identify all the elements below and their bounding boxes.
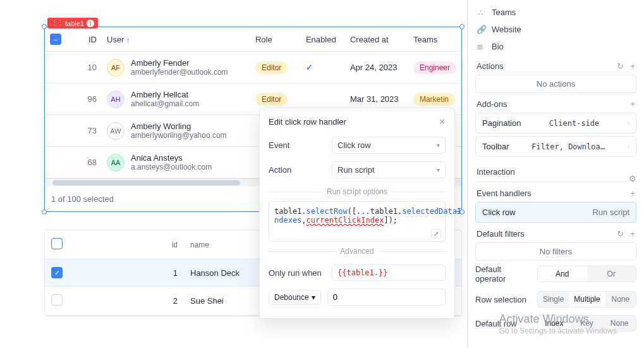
resize-handle[interactable]	[42, 24, 47, 29]
team-badge: Engineer	[413, 61, 456, 74]
col-teams[interactable]: Teams	[408, 27, 461, 52]
inspector-panel: ⛬Teams 🔗Website ≣Bio Actions↻+ No action…	[467, 0, 644, 348]
team-badge: Marketin	[413, 93, 455, 106]
col-enabled[interactable]: Enabled	[301, 27, 345, 52]
expand-icon[interactable]: ⤢	[431, 229, 441, 239]
property-teams[interactable]: ⛬Teams	[475, 4, 636, 21]
divider-advanced: Advanced	[269, 247, 446, 256]
col-user[interactable]: User ↑	[102, 27, 250, 52]
row-checkbox[interactable]	[51, 294, 63, 306]
addon-toolbar[interactable]: ToolbarFilter, Downloa…›	[475, 136, 636, 157]
reset-icon[interactable]: ↻	[617, 229, 624, 239]
settings-icon[interactable]: ⚙	[629, 174, 636, 183]
chevron-down-icon: ▾	[437, 166, 440, 173]
text-icon: ≣	[477, 42, 487, 51]
role-badge: Editor	[255, 61, 288, 74]
avatar: AW	[107, 122, 125, 140]
event-handler-row[interactable]: Click rowRun script	[475, 202, 636, 223]
reset-icon[interactable]: ↻	[617, 61, 624, 71]
chevron-down-icon: ▾	[437, 142, 440, 149]
add-action-icon[interactable]: +	[630, 61, 635, 71]
section-actions: Actions	[477, 61, 504, 71]
section-default-filters: Default filters	[477, 229, 525, 239]
label-only-run: Only run when	[269, 268, 325, 278]
debounce-select[interactable]: Debounce▾	[269, 290, 321, 305]
resize-handle[interactable]	[459, 24, 465, 29]
add-addon-icon[interactable]: +	[630, 99, 635, 109]
warning-icon: !	[87, 20, 94, 27]
avatar: AH	[107, 90, 125, 108]
check-icon: ✓	[306, 63, 313, 72]
drag-grip-icon: ⋮⋮	[51, 19, 63, 27]
avatar: AF	[107, 59, 125, 77]
no-actions[interactable]: No actions	[475, 75, 636, 93]
chevron-right-icon: ›	[628, 120, 629, 127]
script-editor[interactable]: table1.selectRow([...table1.selectedData…	[269, 201, 446, 242]
action-select[interactable]: Run script▾	[332, 161, 446, 178]
col-id[interactable]: id	[70, 230, 184, 259]
label-row-selection: Row selection	[475, 295, 532, 304]
no-filters[interactable]: No filters	[475, 242, 636, 261]
chevron-right-icon: ›	[628, 143, 629, 150]
section-event-handlers: Event handlers	[477, 189, 532, 198]
close-icon[interactable]: ✕	[439, 117, 446, 127]
col-created[interactable]: Created at	[345, 27, 408, 52]
resize-handle[interactable]	[42, 209, 47, 214]
select-all-checkbox[interactable]	[51, 238, 63, 249]
section-addons: Add-ons	[477, 99, 507, 109]
component-tag-label: table1	[65, 20, 84, 27]
label-default-operator: Default operator	[475, 264, 532, 283]
property-website[interactable]: 🔗Website	[475, 21, 636, 38]
link-icon: 🔗	[477, 25, 487, 34]
scrollbar-thumb[interactable]	[52, 180, 240, 185]
event-select[interactable]: Click row▾	[332, 137, 446, 154]
default-row-toggle[interactable]: Index Key None	[537, 315, 636, 332]
select-all-checkbox[interactable]: –	[50, 34, 61, 45]
sort-asc-icon: ↑	[126, 36, 130, 44]
property-bio[interactable]: ≣Bio	[475, 38, 636, 55]
row-selection-toggle[interactable]: Single Multiple None	[537, 291, 636, 308]
avatar: AA	[107, 154, 125, 171]
teams-icon: ⛬	[477, 8, 487, 17]
role-badge: Editor	[255, 93, 288, 106]
only-run-input[interactable]: {{table1.}}	[332, 264, 446, 281]
add-filter-icon[interactable]: +	[630, 229, 635, 239]
addon-pagination[interactable]: PaginationClient-side›	[475, 113, 636, 134]
component-tag[interactable]: ⋮⋮ table1 !	[47, 18, 98, 28]
selection-status: 1 of 100 selected	[51, 194, 114, 204]
col-id[interactable]: ID	[70, 27, 102, 52]
row-checkbox[interactable]: ✓	[51, 267, 63, 278]
add-handler-icon[interactable]: +	[630, 189, 635, 198]
popover-title: Edit click row handler	[269, 117, 346, 127]
section-interaction: Interaction	[477, 167, 515, 177]
debounce-input[interactable]	[327, 289, 446, 306]
divider-script-options: Run script options	[269, 187, 446, 196]
chevron-down-icon: ▾	[312, 293, 315, 302]
label-default-row: Default row	[475, 319, 532, 328]
edit-handler-popover: Edit click row handler ✕ Event Click row…	[259, 108, 455, 319]
label-event: Event	[269, 140, 325, 150]
col-role[interactable]: Role	[250, 27, 301, 52]
label-action: Action	[269, 165, 325, 175]
table-row[interactable]: 10 AF Amberly Fenderamberlyfender@outloo…	[45, 52, 461, 84]
operator-toggle[interactable]: And Or	[537, 266, 636, 282]
